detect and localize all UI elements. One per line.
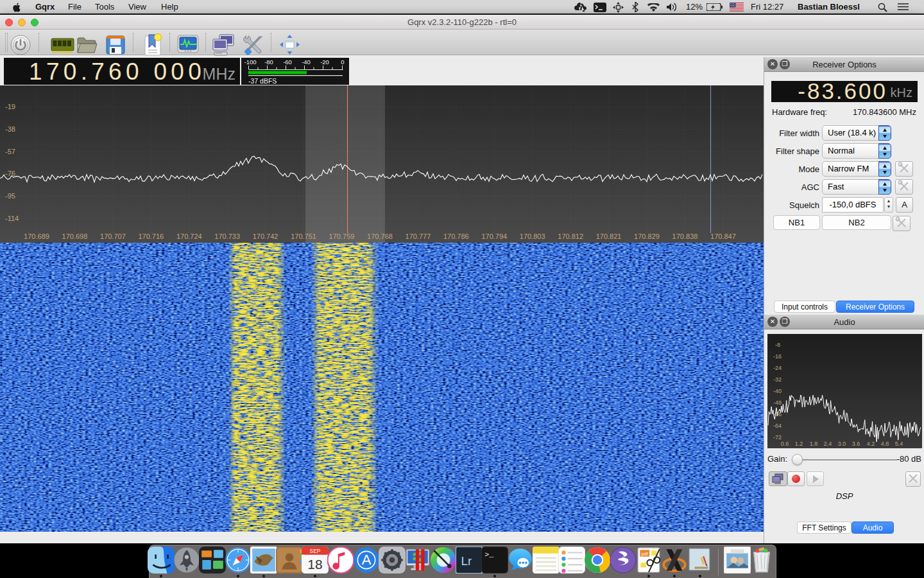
svg-text:170.803: 170.803	[520, 232, 545, 240]
svg-text:-38: -38	[5, 125, 15, 133]
svg-text:170.838: 170.838	[672, 232, 698, 240]
svg-text:>_: >_	[484, 550, 493, 559]
svg-text:-76: -76	[5, 170, 15, 177]
svg-text:0.6: 0.6	[781, 441, 789, 447]
svg-text:170.786: 170.786	[443, 232, 469, 240]
svg-text:170.812: 170.812	[558, 232, 583, 240]
svg-text:-24: -24	[773, 365, 782, 371]
svg-text:3.0: 3.0	[838, 441, 846, 447]
svg-text:18: 18	[307, 557, 322, 572]
svg-text:pdf: pdf	[641, 551, 648, 557]
svg-text:170.689: 170.689	[24, 232, 49, 240]
svg-text:3.6: 3.6	[852, 441, 860, 447]
svg-text:-40: -40	[302, 58, 311, 66]
svg-text:170.716: 170.716	[138, 232, 164, 240]
svg-text:-20: -20	[320, 58, 329, 66]
svg-text:-72: -72	[773, 434, 782, 441]
svg-text:4.2: 4.2	[867, 441, 875, 447]
svg-text:170.733: 170.733	[214, 232, 240, 240]
svg-text:A: A	[362, 552, 372, 568]
svg-text:170.768: 170.768	[367, 232, 393, 240]
svg-text:SEP: SEP	[310, 548, 321, 554]
svg-text:-40: -40	[773, 388, 782, 394]
svg-text:170.724: 170.724	[176, 232, 202, 240]
svg-text:-80: -80	[264, 58, 273, 66]
svg-text:Lr: Lr	[461, 554, 472, 568]
svg-text:-114: -114	[5, 215, 19, 222]
svg-text:4.8: 4.8	[881, 441, 889, 447]
svg-text:-100: -100	[244, 58, 256, 66]
svg-text:-32: -32	[773, 376, 782, 383]
svg-text:1.2: 1.2	[795, 441, 803, 447]
svg-text:170.777: 170.777	[406, 232, 431, 240]
svg-text:-37 dBFS: -37 dBFS	[248, 77, 277, 85]
svg-text:-64: -64	[773, 423, 782, 429]
svg-text:-95: -95	[5, 192, 15, 200]
svg-text:170.742: 170.742	[253, 232, 278, 240]
svg-text:-19: -19	[5, 103, 15, 110]
svg-text:-60: -60	[283, 58, 292, 66]
svg-text:0: 0	[341, 58, 344, 66]
svg-text:-57: -57	[5, 148, 15, 155]
svg-text:-48: -48	[773, 399, 782, 406]
svg-text:170.794: 170.794	[481, 232, 507, 240]
svg-text:170.847: 170.847	[710, 232, 736, 240]
svg-text:170.751: 170.751	[291, 232, 316, 240]
svg-text:170.707: 170.707	[100, 232, 126, 240]
svg-text:-16: -16	[773, 353, 782, 360]
svg-text:170.759: 170.759	[329, 232, 355, 240]
svg-text:5.4: 5.4	[895, 441, 903, 447]
svg-text:2.4: 2.4	[824, 441, 832, 447]
svg-text:1.8: 1.8	[810, 441, 818, 447]
svg-text:-8: -8	[775, 342, 780, 348]
svg-text:170.821: 170.821	[596, 232, 622, 240]
svg-text:170.829: 170.829	[634, 232, 660, 240]
svg-text:170.698: 170.698	[62, 232, 88, 240]
